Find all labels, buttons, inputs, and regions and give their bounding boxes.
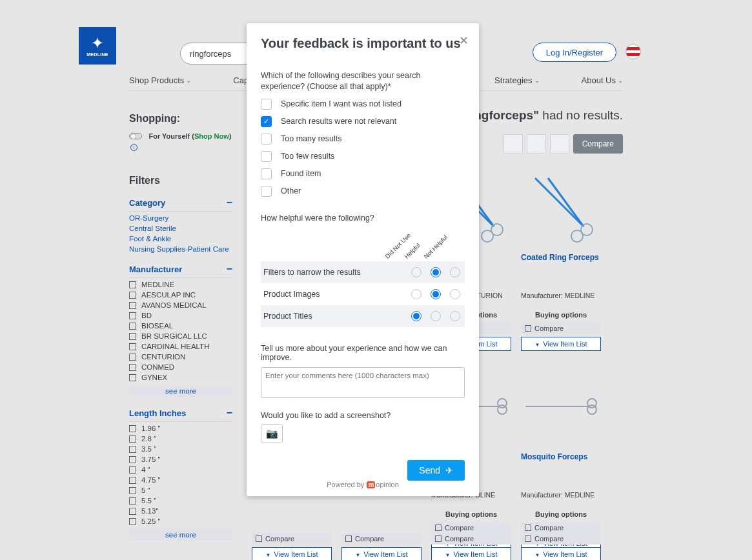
radio-button[interactable] bbox=[411, 311, 422, 321]
question-3: Tell us more about your experience and h… bbox=[261, 344, 465, 362]
feedback-option-row[interactable]: Specific item I want was not listed bbox=[261, 99, 465, 110]
question-2: How helpful were the following? bbox=[261, 214, 465, 223]
feedback-modal: Your feedback is important to us ✕ Which… bbox=[247, 23, 479, 496]
matrix-row-label: Product Images bbox=[261, 290, 407, 299]
compare-checkbox-row[interactable]: Compare bbox=[431, 533, 511, 545]
feedback-option-row[interactable]: Too many results bbox=[261, 134, 465, 145]
matrix-headers: Did Not Use Helpful Not Helpful bbox=[261, 229, 465, 261]
triangle-down-icon: ▼ bbox=[355, 552, 360, 558]
option-label: Found item bbox=[281, 169, 321, 178]
radio-button[interactable] bbox=[431, 267, 441, 277]
option-label: Other bbox=[281, 186, 301, 195]
feedback-option-row[interactable]: Found item bbox=[261, 168, 465, 179]
checkbox-icon bbox=[345, 535, 352, 542]
option-label: Too many results bbox=[281, 134, 341, 143]
option-label: Search results were not relevant bbox=[281, 117, 396, 126]
checkbox-icon bbox=[435, 535, 442, 542]
matrix-row-label: Product Titles bbox=[261, 312, 407, 321]
rating-matrix: Did Not Use Helpful Not Helpful Filters … bbox=[261, 229, 465, 327]
comments-textarea[interactable] bbox=[261, 367, 465, 398]
question-1: Which of the following describes your se… bbox=[261, 70, 465, 92]
checkbox-icon bbox=[261, 151, 272, 162]
checkbox-icon bbox=[261, 186, 272, 197]
compare-checkbox-row[interactable]: Compare bbox=[521, 533, 601, 545]
triangle-down-icon: ▼ bbox=[534, 552, 540, 558]
compare-checkbox-row[interactable]: Compare bbox=[341, 533, 422, 545]
checkbox-icon bbox=[261, 116, 272, 127]
view-item-list-button[interactable]: ▼View Item List bbox=[341, 547, 422, 560]
question-4: Would you like to add a screenshot? bbox=[261, 411, 465, 420]
checkbox-icon bbox=[261, 99, 272, 110]
radio-button[interactable] bbox=[411, 289, 422, 299]
view-item-list-button[interactable]: ▼View Item List bbox=[521, 547, 601, 560]
radio-button[interactable] bbox=[431, 289, 441, 299]
matrix-row: Filters to narrow the results bbox=[261, 261, 465, 283]
option-label: Specific item I want was not listed bbox=[281, 99, 401, 108]
feedback-option-row[interactable]: Other bbox=[261, 186, 465, 197]
feedback-option-row[interactable]: Too few results bbox=[261, 151, 465, 162]
radio-button[interactable] bbox=[450, 311, 460, 321]
checkbox-icon bbox=[261, 168, 272, 179]
checkbox-icon bbox=[261, 134, 272, 145]
view-item-list-button[interactable]: ▼View Item List bbox=[252, 547, 332, 560]
checkbox-icon bbox=[525, 535, 531, 542]
matrix-row-label: Filters to narrow the results bbox=[261, 268, 407, 277]
modal-overlay: Your feedback is important to us ✕ Which… bbox=[0, 0, 752, 560]
radio-button[interactable] bbox=[450, 267, 460, 277]
matrix-row: Product Images bbox=[261, 283, 465, 305]
powered-by: Powered by mopinion bbox=[261, 481, 465, 491]
send-button[interactable]: Send ✈ bbox=[407, 460, 465, 481]
radio-button[interactable] bbox=[450, 289, 460, 299]
radio-button[interactable] bbox=[431, 311, 441, 321]
view-item-list-button[interactable]: ▼View Item List bbox=[431, 547, 511, 560]
send-icon: ✈ bbox=[445, 465, 453, 475]
close-icon[interactable]: ✕ bbox=[459, 34, 469, 48]
triangle-down-icon: ▼ bbox=[265, 552, 270, 558]
matrix-row: Product Titles bbox=[261, 305, 465, 327]
triangle-down-icon: ▼ bbox=[445, 552, 450, 558]
feedback-option-row[interactable]: Search results were not relevant bbox=[261, 116, 465, 127]
camera-icon: 📷 bbox=[266, 428, 278, 439]
radio-button[interactable] bbox=[411, 267, 422, 277]
compare-checkbox-row[interactable]: Compare bbox=[252, 533, 332, 545]
modal-title: Your feedback is important to us bbox=[261, 36, 465, 51]
option-label: Too few results bbox=[281, 152, 334, 161]
screenshot-button[interactable]: 📷 bbox=[261, 424, 283, 443]
checkbox-icon bbox=[256, 535, 262, 542]
